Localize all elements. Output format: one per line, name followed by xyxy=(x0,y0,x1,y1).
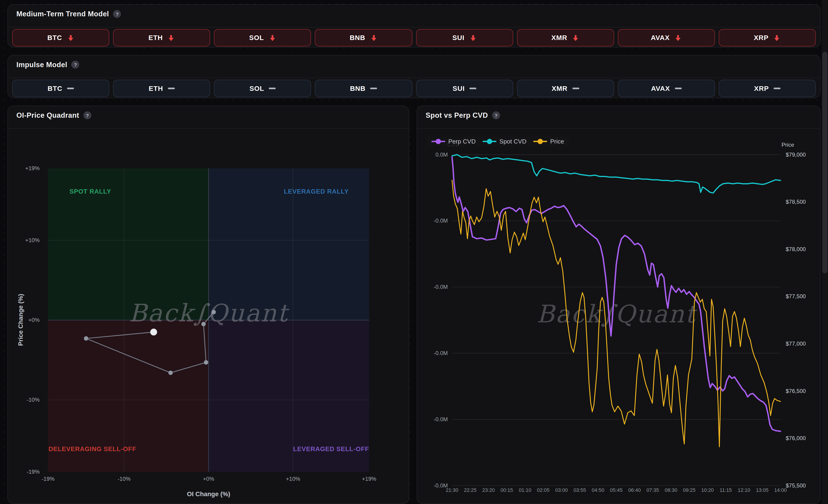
down-arrow-icon xyxy=(370,34,377,41)
cvd-title: Spot vs Perp CVD xyxy=(426,111,488,119)
impulse-button-bnb[interactable]: BNB xyxy=(315,80,412,97)
time-tick-label: 22:25 xyxy=(464,487,477,493)
quadrant-label-bottom-right: LEVERAGED SELL-OFF xyxy=(293,445,369,453)
trend-button-xrp[interactable]: XRP xyxy=(719,29,816,46)
scrollbar-track[interactable] xyxy=(822,0,828,504)
trend-button-sol[interactable]: SOL xyxy=(214,29,311,46)
x-axis-title: OI Change (%) xyxy=(187,491,230,498)
legend-marker-icon xyxy=(431,138,445,145)
quadrant-title: OI-Price Quadrant xyxy=(16,111,79,119)
left-axis-tick-label: -0.0M xyxy=(434,284,448,290)
scrollbar-thumb[interactable] xyxy=(822,52,828,273)
asset-symbol-label: XMR xyxy=(552,84,568,92)
asset-symbol-label: BNB xyxy=(350,84,365,92)
asset-symbol-label: AVAX xyxy=(651,84,670,92)
neutral-dash-icon xyxy=(370,87,377,89)
asset-symbol-label: XMR xyxy=(551,34,567,42)
x-tick-label: -19% xyxy=(42,476,54,482)
impulse-button-eth[interactable]: ETH xyxy=(113,80,210,97)
legend-item-spot-cvd[interactable]: Spot CVD xyxy=(483,138,526,145)
trend-button-sui[interactable]: SUI xyxy=(416,29,513,46)
trail-point[interactable] xyxy=(168,371,173,375)
time-tick-label: 04:50 xyxy=(592,487,605,493)
asset-symbol-label: BTC xyxy=(48,84,63,92)
y-axis-title: Price Change (%) xyxy=(17,294,24,346)
asset-symbol-label: SOL xyxy=(249,34,264,42)
right-axis-tick-label: $77,000 xyxy=(786,340,806,347)
watermark: Back∫Quant xyxy=(537,300,697,328)
time-tick-label: 12:10 xyxy=(738,487,750,493)
down-arrow-icon xyxy=(469,34,477,41)
down-arrow-icon xyxy=(67,34,74,41)
right-axis-title: Price xyxy=(782,142,794,148)
trail-point[interactable] xyxy=(204,360,208,365)
help-icon[interactable]: ? xyxy=(84,111,91,119)
oi-price-quadrant-chart[interactable]: Back∫QuantSPOT RALLYLEVERAGED RALLYDELEV… xyxy=(8,106,409,504)
trend-button-btc[interactable]: BTC xyxy=(12,29,110,46)
oi-price-quadrant-panel: OI-Price Quadrant ? Back∫QuantSPOT RALLY… xyxy=(7,105,409,504)
time-tick-label: 07:35 xyxy=(647,487,659,493)
trail-point[interactable] xyxy=(84,336,88,340)
impulse-button-xrp[interactable]: XRP xyxy=(719,80,816,97)
legend-item-perp-cvd[interactable]: Perp CVD xyxy=(431,138,475,145)
y-tick-label: +0% xyxy=(28,317,40,323)
neutral-dash-icon xyxy=(67,87,74,89)
time-tick-label: 01:10 xyxy=(519,487,532,493)
time-tick-label: 13:05 xyxy=(756,487,769,493)
left-axis-tick-label: -0.0M xyxy=(434,416,448,422)
neutral-dash-icon xyxy=(469,87,477,89)
time-tick-label: 10:20 xyxy=(701,487,714,493)
impulse-button-sol[interactable]: SOL xyxy=(214,80,311,97)
medium-term-trend-title: Medium-Term Trend Model xyxy=(16,10,109,18)
quadrant-label-top-right: LEVERAGED RALLY xyxy=(284,188,349,195)
time-tick-label: 23:20 xyxy=(482,487,495,493)
quadrant-label-bottom-left: DELEVERAGING SELL-OFF xyxy=(48,445,136,453)
trend-button-xmr[interactable]: XMR xyxy=(517,29,614,46)
y-tick-label: +19% xyxy=(25,165,40,171)
trend-button-avax[interactable]: AVAX xyxy=(618,29,715,46)
x-tick-label: +0% xyxy=(203,476,214,482)
down-arrow-icon xyxy=(674,34,682,41)
right-axis-tick-label: $79,000 xyxy=(786,151,806,158)
spot-vs-perp-cvd-chart[interactable]: 0.0M-0.0M-0.0M-0.0M-0.0M-0.0M$79,000$78,… xyxy=(417,106,821,504)
trend-button-eth[interactable]: ETH xyxy=(113,29,210,46)
help-icon[interactable]: ? xyxy=(492,111,500,119)
impulse-button-avax[interactable]: AVAX xyxy=(618,80,715,97)
quadrant-header: OI-Price Quadrant ? xyxy=(16,111,91,119)
trail-point[interactable] xyxy=(201,322,206,326)
right-axis-tick-label: $75,500 xyxy=(786,483,806,489)
neutral-dash-icon xyxy=(774,87,780,89)
medium-term-trend-header: Medium-Term Trend Model ? xyxy=(16,10,121,18)
x-tick-label: -10% xyxy=(118,476,130,482)
series-line-spot-cvd xyxy=(452,155,781,193)
chart-legend: Perp CVDSpot CVDPrice xyxy=(426,137,569,146)
asset-symbol-label: BTC xyxy=(47,34,62,42)
help-icon[interactable]: ? xyxy=(72,61,79,68)
right-axis-tick-label: $77,500 xyxy=(786,293,806,300)
right-axis-tick-label: $76,500 xyxy=(786,388,806,394)
time-tick-label: 06:40 xyxy=(628,487,641,493)
time-tick-label: 02:05 xyxy=(537,487,550,493)
trend-button-bnb[interactable]: BNB xyxy=(315,29,412,46)
legend-marker-icon xyxy=(483,138,496,145)
down-arrow-icon xyxy=(167,34,175,41)
impulse-button-btc[interactable]: BTC xyxy=(12,80,110,97)
trail-point[interactable] xyxy=(211,310,216,314)
impulse-button-xmr[interactable]: XMR xyxy=(517,80,614,97)
dashboard: Medium-Term Trend Model ? BTCETHSOLBNBSU… xyxy=(0,0,828,504)
help-icon[interactable]: ? xyxy=(113,10,121,18)
asset-symbol-label: SOL xyxy=(249,84,264,92)
impulse-model-title: Impulse Model xyxy=(16,61,67,68)
time-tick-label: 05:45 xyxy=(610,487,623,493)
divider xyxy=(8,27,820,27)
spot-vs-perp-cvd-panel: Spot vs Perp CVD ? 0.0M-0.0M-0.0M-0.0M-0… xyxy=(417,105,821,504)
neutral-dash-icon xyxy=(269,87,276,89)
legend-label: Spot CVD xyxy=(499,138,526,145)
right-axis-tick-label: $76,000 xyxy=(786,435,806,441)
current-position-point[interactable] xyxy=(150,329,157,335)
neutral-dash-icon xyxy=(168,87,175,89)
impulse-button-sui[interactable]: SUI xyxy=(416,80,513,97)
watermark: Back∫Quant xyxy=(129,299,289,327)
time-tick-label: 11:15 xyxy=(720,487,732,493)
legend-item-price[interactable]: Price xyxy=(533,138,564,145)
